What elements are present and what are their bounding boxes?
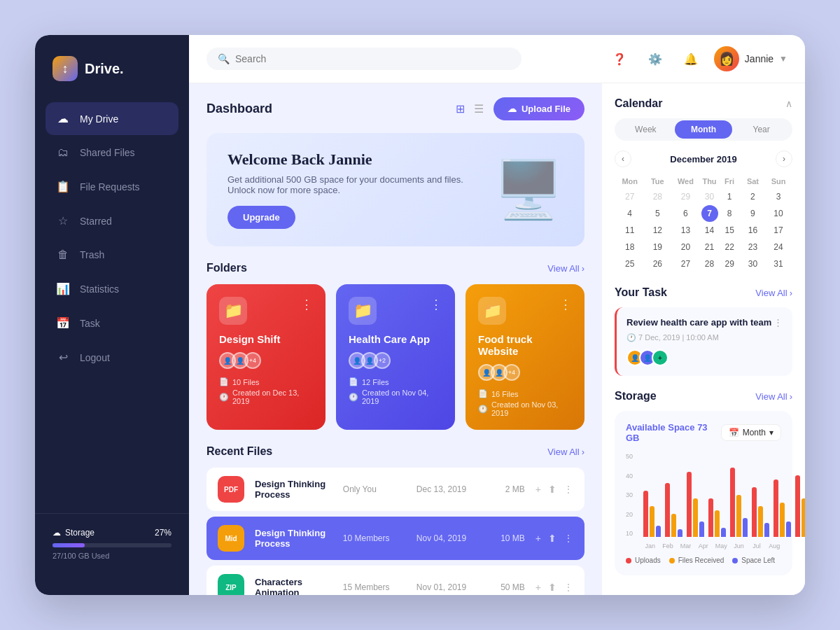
upload-button[interactable]: ☁ Upload File	[493, 97, 584, 120]
file-share-button[interactable]: ⬆	[548, 582, 556, 593]
recent-files-section-header: Recent Files View All ›	[206, 445, 584, 458]
folder-files: 📄 10 Files	[219, 377, 313, 386]
file-menu-button[interactable]: ⋮	[564, 533, 573, 544]
table-row[interactable]: ZIP Characters Animation 15 Members Nov …	[206, 566, 584, 595]
search-box[interactable]: 🔍	[206, 48, 522, 70]
calendar-week-row: 27282930123	[615, 188, 792, 205]
sidebar-item-file-requests[interactable]: 📋 File Requests	[46, 170, 178, 203]
folder-menu-button[interactable]: ⋮	[430, 297, 442, 312]
search-input[interactable]	[235, 53, 510, 64]
help-button[interactable]: ❓	[607, 46, 632, 71]
file-menu-button[interactable]: ⋮	[564, 582, 573, 593]
calendar-day[interactable]: 23	[741, 239, 764, 255]
upgrade-button[interactable]: Upgrade	[227, 206, 295, 229]
folder-menu-button[interactable]: ⋮	[559, 297, 572, 312]
calendar-nav: ‹ December 2019 ›	[615, 150, 792, 167]
calendar-next-button[interactable]: ›	[776, 150, 792, 167]
blue-bar	[656, 526, 661, 538]
sidebar-item-trash[interactable]: 🗑 Trash	[46, 239, 178, 271]
folders-view-all-button[interactable]: View All ›	[547, 263, 584, 274]
sidebar: ↕ Drive. ☁ My Drive🗂 Shared Files📋 File …	[35, 35, 189, 595]
sidebar-item-task[interactable]: 📅 Task	[46, 307, 178, 340]
month-selector-button[interactable]: 📅 Month ▾	[721, 424, 781, 441]
calendar-day[interactable]: 13	[670, 222, 701, 239]
calendar-day[interactable]: 26	[645, 255, 670, 272]
calendar-day[interactable]: 27	[670, 255, 701, 272]
settings-button[interactable]: ⚙️	[643, 46, 668, 71]
calendar-day[interactable]: 15	[718, 222, 741, 239]
calendar-day[interactable]: 16	[741, 222, 764, 239]
folder-menu-button[interactable]: ⋮	[300, 297, 313, 312]
calendar-day[interactable]: 6	[670, 205, 701, 222]
calendar-day[interactable]: 7	[701, 205, 718, 222]
task-card[interactable]: Review health care app with team ⋮ 🕐 7 D…	[615, 307, 792, 376]
sidebar-item-shared-files[interactable]: 🗂 Shared Files	[46, 136, 178, 169]
calendar-prev-button[interactable]: ‹	[615, 150, 631, 167]
file-add-button[interactable]: +	[536, 533, 541, 544]
calendar-day[interactable]: 4	[615, 205, 645, 222]
table-row[interactable]: PDF Design Thinking Process Only You Dec…	[206, 468, 584, 511]
calendar-day[interactable]: 10	[764, 205, 792, 222]
sidebar-item-my-drive[interactable]: ☁ My Drive	[46, 102, 178, 135]
folder-card[interactable]: 📁 ⋮ Design Shift 👤 👤 +4 📄 10 Files 🕐 Cre…	[206, 284, 326, 430]
table-row[interactable]: Mid Design Thinking Process 10 Members N…	[206, 517, 584, 560]
file-share-button[interactable]: ⬆	[548, 533, 556, 544]
storage-view-all-button[interactable]: View All ›	[755, 391, 792, 402]
sidebar-item-starred[interactable]: ☆ Starred	[46, 204, 178, 237]
file-add-button[interactable]: +	[536, 484, 541, 495]
file-type-badge: Mid	[218, 525, 244, 552]
calendar-collapse-button[interactable]: ∧	[785, 98, 792, 109]
calendar-day[interactable]: 31	[764, 255, 792, 272]
calendar-day[interactable]: 21	[701, 239, 718, 255]
calendar-day[interactable]: 5	[645, 205, 670, 222]
file-add-button[interactable]: +	[536, 582, 541, 593]
recent-files-title: Recent Files	[206, 445, 272, 458]
file-menu-button[interactable]: ⋮	[564, 484, 573, 495]
calendar-day[interactable]: 28	[645, 188, 670, 205]
available-space: Available Space 73 GB	[626, 422, 721, 443]
calendar-day[interactable]: 27	[615, 188, 645, 205]
recent-files-view-all-button[interactable]: View All ›	[547, 447, 584, 457]
calendar-day[interactable]: 20	[670, 239, 701, 255]
tab-week[interactable]: Week	[617, 120, 675, 139]
calendar-day[interactable]: 30	[701, 188, 718, 205]
calendar-day[interactable]: 12	[645, 222, 670, 239]
calendar-day[interactable]: 17	[764, 222, 792, 239]
tab-year[interactable]: Year	[732, 120, 790, 139]
folder-name: Health Care App	[349, 333, 442, 345]
file-share-button[interactable]: ⬆	[548, 484, 556, 495]
list-view-button[interactable]: ☰	[471, 99, 486, 118]
task-menu-button[interactable]: ⋮	[774, 317, 783, 328]
calendar-day[interactable]: 28	[701, 255, 718, 272]
calendar-day[interactable]: 18	[615, 239, 645, 255]
user-info[interactable]: 👩 Jannie ▼	[714, 46, 788, 71]
folder-card[interactable]: 📁 ⋮ Food truck Website 👤 👤 +4 📄 16 Files…	[465, 284, 584, 430]
yellow-bar	[780, 503, 785, 538]
calendar-day[interactable]: 22	[718, 239, 741, 255]
calendar-day[interactable]: 25	[615, 255, 645, 272]
file-icon: 📄	[219, 377, 229, 386]
calendar-day[interactable]: 30	[741, 255, 764, 272]
calendar-day[interactable]: 29	[718, 255, 741, 272]
calendar-day[interactable]: 19	[645, 239, 670, 255]
red-bar	[752, 487, 757, 538]
grid-view-button[interactable]: ⊞	[453, 99, 468, 118]
calendar-day[interactable]: 3	[764, 188, 792, 205]
calendar-day[interactable]: 14	[701, 222, 718, 239]
notifications-button[interactable]: 🔔	[678, 46, 704, 71]
tab-month[interactable]: Month	[675, 120, 733, 139]
sidebar-item-logout[interactable]: ↩ Logout	[46, 341, 178, 374]
task-view-all-button[interactable]: View All ›	[755, 288, 792, 298]
sidebar-item-statistics[interactable]: 📊 Statistics	[46, 272, 178, 305]
blue-bar	[743, 518, 748, 538]
calendar-day[interactable]: 29	[670, 188, 701, 205]
file-icon: 📄	[478, 389, 488, 398]
calendar-day[interactable]: 2	[741, 188, 764, 205]
calendar-day[interactable]: 8	[718, 205, 741, 222]
calendar-day[interactable]: 24	[764, 239, 792, 255]
folder-card[interactable]: 📁 ⋮ Health Care App 👤 👤 +2 📄 12 Files 🕐 …	[336, 284, 455, 430]
file-icon: 📄	[349, 377, 358, 386]
calendar-day[interactable]: 9	[741, 205, 764, 222]
calendar-day[interactable]: 1	[718, 188, 741, 205]
calendar-day[interactable]: 11	[615, 222, 645, 239]
